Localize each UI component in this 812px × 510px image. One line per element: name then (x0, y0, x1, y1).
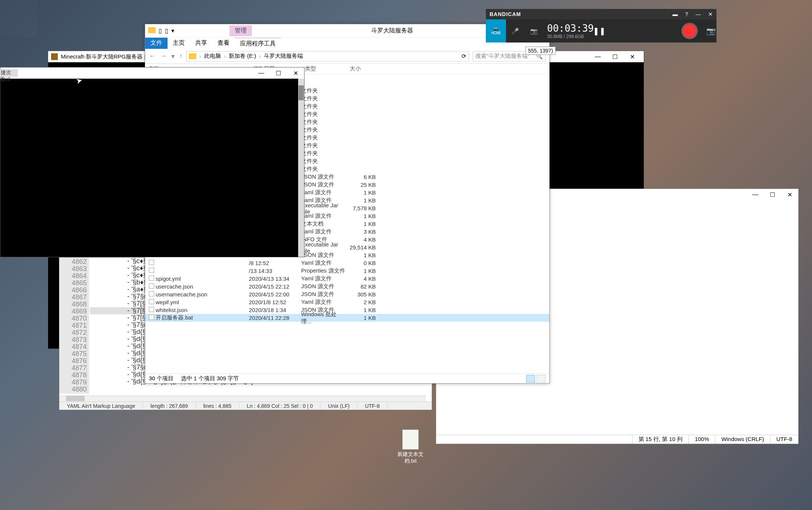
maximize-button[interactable]: ☐ (764, 191, 781, 198)
npp-status-eol: Unix (LF) (321, 403, 357, 409)
explorer-title-text: 斗罗大陆服务器 (371, 27, 413, 35)
file-row[interactable]: usernamecache.json 2020/4/15 22:00 JSON … (145, 290, 549, 298)
record-button[interactable] (681, 23, 698, 39)
pause-button[interactable]: ❚❚ (594, 26, 605, 35)
file-row[interactable]: usercache.json 2020/4/15 22:12 JSON 源文件 … (145, 283, 549, 290)
npp-status-enc: UTF-8 (357, 403, 388, 409)
status-item-count: 30 个项目 (149, 375, 174, 382)
help-icon[interactable]: ? (685, 11, 688, 17)
record-mode-hdmi[interactable]: 📷 HDMI (486, 19, 506, 42)
refresh-icon[interactable]: ⟳ (462, 53, 466, 60)
explorer-statusbar: 30 个项目 选中 1 个项目 309 字节 (145, 374, 549, 383)
bandicam-logo: BANDICAM (490, 11, 521, 17)
breadcrumb-item[interactable]: 此电脑 (204, 53, 221, 60)
column-header-type[interactable]: 类型 (302, 64, 347, 74)
minimize-button[interactable]: — (696, 11, 701, 17)
webcam-icon[interactable]: 📷 (525, 28, 543, 35)
qat-button[interactable]: ▯ (159, 27, 162, 34)
nav-forward-button[interactable]: → (160, 52, 167, 60)
ribbon-tab-apptools[interactable]: 应用程序工具 (235, 38, 281, 49)
cursor-coordinates-tooltip: 555, 1397) (525, 47, 556, 55)
file-row[interactable]: spigot.yml 2020/4/13 13:34 Yaml 源文件 4 KB (145, 275, 549, 283)
notepad-status-enc: UTF-8 (770, 435, 799, 444)
file-row[interactable]: /8 12:52 Yaml 源文件 0 KB (145, 259, 549, 267)
npp-line-gutter: 4862486348644865486648674868486948704871… (59, 258, 89, 394)
minimize-button[interactable]: — (747, 191, 764, 198)
desktop-icon-label: 新建文本文档.txt (396, 451, 425, 465)
maximize-button[interactable]: ☐ (270, 70, 287, 77)
breadcrumb-item[interactable]: 斗罗大陆服务端 (264, 53, 303, 60)
qat-dropdown[interactable]: ▾ (171, 27, 174, 34)
breadcrumb-item[interactable]: 新加卷 (E:) (229, 53, 256, 60)
nav-history-dropdown[interactable]: ▾ (171, 52, 175, 60)
drive-icon (189, 53, 196, 59)
folder-icon (148, 27, 156, 33)
npp-status-length: length : 267,689 (143, 403, 196, 409)
ribbon-tab-home[interactable]: 主页 (168, 38, 190, 49)
ribbon-tab-file[interactable]: 文件 (145, 38, 168, 49)
npp-status-pos: Ln : 4,869 Col : 25 Sel : 0 | 0 (239, 403, 321, 409)
console-window: — ☐ ✕ (0, 67, 304, 257)
status-selection: 选中 1 个项目 309 字节 (181, 375, 239, 382)
npp-status-lines: lines : 4,885 (196, 403, 240, 409)
notepad-status-eol: Windows (CRLF) (715, 435, 770, 444)
mic-icon[interactable]: 🎤 (506, 28, 525, 35)
file-row[interactable]: 开启服务器.bat 2020/4/11 22:28 Windows 批处理...… (145, 314, 549, 322)
storage-info: 30.9MB / 299.6GB (547, 34, 594, 39)
desktop-file-icon[interactable]: 新建文本文档.txt (396, 429, 425, 465)
console-scrollbar[interactable] (298, 79, 304, 257)
close-button[interactable]: ✕ (624, 53, 641, 60)
minimize-button[interactable]: — (253, 70, 270, 77)
view-details-button[interactable] (526, 375, 535, 382)
notepad-status-pos: 第 15 行, 第 10 列 (632, 435, 688, 444)
close-button[interactable]: ✕ (287, 70, 304, 77)
npp-scrollbar-h[interactable] (59, 396, 426, 402)
console-titlebar[interactable]: — ☐ ✕ (0, 67, 304, 79)
ribbon-tab-view[interactable]: 查看 (212, 38, 235, 49)
ribbon-tab-share[interactable]: 共享 (190, 38, 212, 49)
notepad-status-zoom: 100% (688, 435, 715, 444)
view-icons-button[interactable] (537, 375, 546, 382)
file-row[interactable]: wepif.yml 2020/1/8 12:52 Yaml 源文件 2 KB (145, 298, 549, 306)
nav-up-button[interactable]: ↑ (179, 52, 182, 60)
minecraft-app-icon (51, 53, 58, 60)
close-button[interactable]: ✕ (781, 191, 798, 198)
notepad-statusbar: 第 15 行, 第 10 列 100% Windows (CRLF) UTF-8 (436, 435, 798, 444)
text-file-icon (402, 429, 419, 450)
file-row[interactable]: /13 14:33 Properties 源文件 1 KB (145, 267, 549, 275)
nav-back-button[interactable]: ← (149, 52, 156, 60)
maximize-button[interactable]: ☐ (606, 53, 624, 60)
bandicam-titlebar[interactable]: BANDICAM ▬ ? — ✕ (486, 9, 716, 19)
breadcrumb[interactable]: › 此电脑 › 新加卷 (E:) › 斗罗大陆服务端 ⟳ (186, 51, 469, 62)
record-timer: 00:03:39 (547, 23, 594, 34)
npp-statusbar: YAML Ain't Markup Language length : 267,… (59, 402, 432, 410)
screenshot-button[interactable]: 📷 (705, 26, 716, 35)
npp-status-lang: YAML Ain't Markup Language (59, 403, 143, 409)
console-title-fragment: 捷次数:0 (0, 69, 18, 77)
bandicam-window[interactable]: BANDICAM ▬ ? — ✕ 📷 HDMI 🎤 📷 00:03:39 30.… (486, 9, 716, 42)
minimize-button[interactable]: — (589, 53, 606, 60)
tray-icon[interactable]: ▬ (672, 11, 678, 17)
ribbon-contextual-tab-manage[interactable]: 管理 (229, 25, 252, 36)
file-row[interactable]: whitelist.json 2020/3/18 1:34 JSON 源文件 1… (145, 306, 549, 314)
column-header-size[interactable]: 大小 (347, 64, 377, 74)
search-placeholder: 搜索"斗罗大陆服务端" (475, 53, 530, 60)
qat-button[interactable]: ▯ (165, 27, 168, 34)
close-button[interactable]: ✕ (708, 11, 713, 17)
